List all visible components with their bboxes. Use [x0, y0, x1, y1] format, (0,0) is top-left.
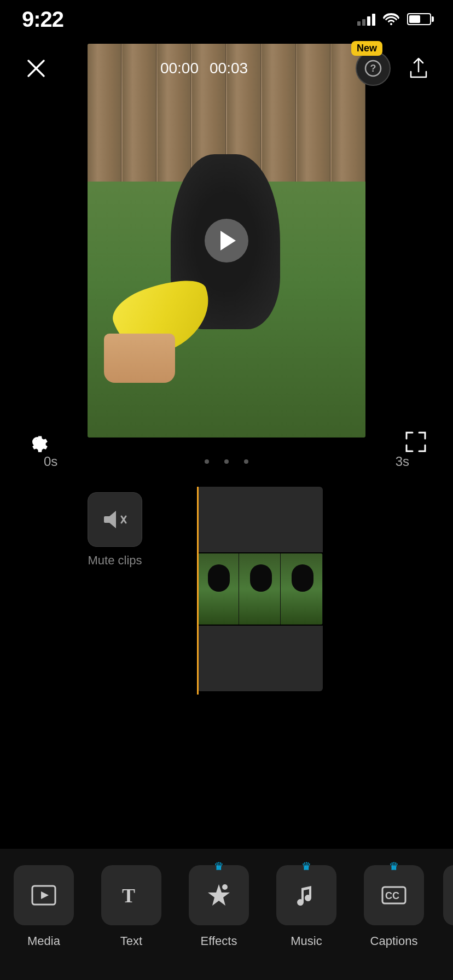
- svg-text:?: ?: [370, 63, 376, 74]
- timeline-dot-2: [224, 459, 229, 464]
- magic-button[interactable]: ?: [356, 51, 391, 86]
- music-icon: [293, 882, 320, 909]
- magic-button-container[interactable]: New ?: [356, 51, 391, 86]
- toolbar-item-music[interactable]: ♛ Music: [263, 860, 350, 948]
- timeline-dot-1: [205, 459, 209, 464]
- music-icon-box[interactable]: ♛: [276, 865, 336, 925]
- status-bar: 9:22: [0, 0, 453, 38]
- overlay-icon-box[interactable]: New: [443, 865, 453, 925]
- settings-button[interactable]: [22, 427, 53, 457]
- play-button[interactable]: [205, 219, 248, 262]
- status-icons: [357, 13, 431, 26]
- top-right-controls: New ?: [356, 51, 433, 86]
- bottom-toolbar: Media T Text ♛ Effects ♛ Music: [0, 849, 453, 980]
- toolbar-item-text[interactable]: T Text: [88, 860, 175, 948]
- track-audio-top: [197, 487, 323, 552]
- svg-text:CC: CC: [385, 890, 399, 901]
- captions-crown-icon: ♛: [389, 860, 399, 873]
- wifi-icon: [383, 13, 399, 25]
- mute-clips-label: Mute clips: [88, 553, 142, 568]
- timecode-current: 00:00: [160, 60, 199, 77]
- track-thumb-3: [281, 553, 323, 625]
- timecodes: 00:00 00:03: [160, 60, 248, 77]
- track-audio-bottom: [197, 626, 323, 691]
- fullscreen-button[interactable]: [400, 427, 431, 457]
- battery-icon: [407, 13, 431, 25]
- text-icon-box[interactable]: T: [101, 865, 161, 925]
- track-thumb-2: [239, 553, 281, 625]
- media-icon: [30, 882, 57, 909]
- top-controls: 00:00 00:03 New ?: [0, 38, 453, 98]
- share-button[interactable]: [404, 54, 433, 83]
- timeline-tracks[interactable]: [197, 487, 427, 691]
- timeline-cursor: [197, 487, 199, 695]
- toolbar-item-captions[interactable]: ♛ CC Captions: [350, 860, 438, 948]
- hand: [104, 334, 175, 383]
- mute-clips-button[interactable]: [88, 492, 142, 547]
- music-crown-icon: ♛: [301, 860, 311, 873]
- track-video[interactable]: [197, 553, 323, 625]
- captions-icon: CC: [380, 882, 408, 909]
- svg-point-10: [222, 884, 228, 890]
- effects-icon-box[interactable]: ♛: [189, 865, 249, 925]
- close-button[interactable]: [20, 52, 53, 85]
- timecode-total: 00:03: [210, 60, 248, 77]
- timeline-dot-3: [244, 459, 248, 464]
- toolbar-item-media[interactable]: Media: [0, 860, 88, 948]
- track-thumb-1: [197, 553, 239, 625]
- text-icon: T: [118, 882, 145, 909]
- mute-clips-container: Mute clips: [88, 492, 142, 568]
- toolbar-item-effects[interactable]: ♛ Effects: [175, 860, 263, 948]
- captions-icon-box[interactable]: ♛ CC: [364, 865, 424, 925]
- effects-icon: [205, 882, 233, 909]
- svg-marker-7: [41, 891, 49, 899]
- music-label: Music: [291, 934, 322, 948]
- effects-crown-icon: ♛: [214, 860, 224, 873]
- captions-label: Captions: [370, 934, 418, 948]
- toolbar-item-overlay[interactable]: New Overlay: [438, 860, 453, 948]
- svg-text:T: T: [122, 885, 135, 907]
- new-badge: New: [351, 41, 382, 56]
- effects-label: Effects: [201, 934, 237, 948]
- timeline-dots: [205, 459, 248, 464]
- text-label: Text: [120, 934, 142, 948]
- status-time: 9:22: [22, 7, 63, 32]
- video-preview: [88, 44, 365, 438]
- signal-bars-icon: [357, 13, 375, 26]
- media-icon-box[interactable]: [14, 865, 74, 925]
- media-label: Media: [27, 934, 60, 948]
- video-bottom-controls: [0, 427, 453, 457]
